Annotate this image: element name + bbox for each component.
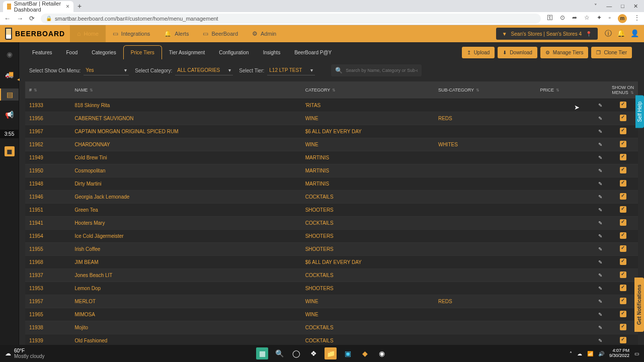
rail-dashboard-icon[interactable]: ◉ (0, 48, 19, 60)
tray-chevron-icon[interactable]: ˄ (570, 351, 572, 356)
tab-price-tiers[interactable]: Price Tiers (123, 45, 162, 59)
edit-button[interactable]: ✎ (593, 177, 608, 191)
edit-button[interactable]: ✎ (593, 295, 608, 308)
search-input[interactable] (346, 68, 418, 73)
tab-tier-assignment[interactable]: Tier Assignment (162, 46, 212, 59)
edit-button[interactable]: ✎ (593, 282, 608, 295)
show-on-menu-checkbox[interactable] (620, 245, 626, 252)
menu-icon[interactable]: ⋮ (634, 14, 640, 23)
url-input[interactable]: 🔒 smartbar.beerboard.com/bar#/customer/h… (41, 14, 541, 24)
store-filter[interactable]: ▼ Sean's Stores | Sean's Stores 4 📍 (496, 28, 598, 40)
tier-dropdown[interactable]: L12 LTP TEST (267, 65, 315, 75)
chevron-down-icon[interactable]: ˅ (594, 3, 597, 10)
edit-button[interactable]: ✎ (593, 256, 608, 269)
show-on-menu-checkbox[interactable] (620, 311, 626, 317)
tab-features[interactable]: Features (25, 46, 59, 59)
show-menu-dropdown[interactable]: Yes (84, 65, 129, 75)
edit-button[interactable]: ✎ (593, 138, 608, 151)
close-tab-icon[interactable]: × (66, 3, 69, 10)
edit-button[interactable]: ✎ (593, 151, 608, 164)
show-on-menu-checkbox[interactable] (620, 102, 626, 108)
minimize-icon[interactable]: — (606, 3, 612, 10)
col-header[interactable]: #⇅ (25, 81, 70, 99)
col-header[interactable]: PRICE⇅ (536, 81, 593, 99)
task-app-3-icon[interactable]: ▣ (342, 347, 354, 359)
share-icon[interactable]: ➦ (572, 14, 577, 23)
edit-button[interactable]: ✎ (593, 334, 608, 345)
rail-menu-icon[interactable]: ▤ (0, 88, 19, 101)
tab-food[interactable]: Food (59, 46, 85, 59)
show-on-menu-checkbox[interactable] (620, 232, 626, 239)
key-icon[interactable]: ⚿ (547, 14, 553, 23)
bell-icon[interactable]: 🔔 (617, 29, 625, 38)
tab-categories[interactable]: Categories (85, 46, 123, 59)
lens-icon[interactable]: ⊙ (560, 14, 565, 23)
show-on-menu-checkbox[interactable] (620, 128, 626, 134)
edit-button[interactable]: ✎ (593, 230, 608, 243)
task-app-4-icon[interactable]: ◆ (359, 347, 371, 359)
category-dropdown[interactable]: ALL CATEGORIES (175, 65, 233, 75)
user-icon[interactable]: 👤 (630, 29, 639, 38)
reload-icon[interactable]: ⟳ (29, 15, 35, 22)
col-header[interactable] (593, 81, 608, 99)
maximize-icon[interactable]: □ (621, 3, 624, 10)
tab-configuration[interactable]: Configuration (212, 46, 256, 59)
tab-beerboard-p@y[interactable]: BeerBoard P@Y (287, 46, 339, 59)
show-on-menu-checkbox[interactable] (620, 219, 626, 226)
show-on-menu-checkbox[interactable] (620, 141, 626, 147)
nav-home[interactable]: ⌂Home (70, 25, 106, 42)
new-tab-button[interactable]: + (73, 2, 86, 10)
show-on-menu-checkbox[interactable] (620, 298, 626, 304)
task-app-2-icon[interactable]: ❖ (307, 347, 319, 359)
rail-truck-icon[interactable]: 🚚 (0, 68, 19, 80)
col-header[interactable]: SUB-CATEGORY⇅ (434, 81, 536, 99)
edit-button[interactable]: ✎ (593, 125, 608, 138)
upload-button[interactable]: ↥Upload (462, 47, 495, 58)
tray-sound-icon[interactable]: 🔊 (598, 351, 604, 356)
nav-admin[interactable]: ⚙Admin (245, 25, 283, 42)
task-folder-icon[interactable]: 📁 (325, 347, 337, 359)
nav-integrations[interactable]: ▭Integrations (106, 25, 157, 42)
nav-alerts[interactable]: 🔔Alerts (157, 25, 196, 42)
star-icon[interactable]: ☆ (584, 14, 590, 23)
self-help-tab[interactable]: Self Help (635, 96, 644, 128)
show-on-menu-checkbox[interactable] (620, 324, 626, 330)
show-on-menu-checkbox[interactable] (620, 154, 626, 160)
show-on-menu-checkbox[interactable] (620, 206, 626, 213)
edit-button[interactable]: ✎ (593, 164, 608, 177)
edit-button[interactable]: ✎ (593, 112, 608, 125)
clone-tier-button[interactable]: ❐Clone Tier (591, 47, 632, 58)
rail-megaphone-icon[interactable]: 📢 (0, 109, 19, 121)
edit-button[interactable]: ✎ (593, 321, 608, 334)
panel-icon[interactable]: ▫ (609, 14, 611, 23)
col-header[interactable]: NAME⇅ (70, 81, 301, 99)
tray-cloud-icon[interactable]: ☁ (577, 351, 582, 356)
edit-button[interactable]: ✎ (593, 217, 608, 230)
edit-button[interactable]: ✎ (593, 99, 608, 112)
manage-tiers-button[interactable]: ⚙Manage Tiers (540, 47, 589, 58)
task-cortana-icon[interactable]: ◯ (290, 347, 302, 359)
get-notifications-tab[interactable]: Get Notifications (634, 278, 644, 332)
rail-collapse-icon[interactable]: ◂ (17, 76, 20, 82)
tray-notif-icon[interactable]: ▭ (634, 351, 639, 356)
show-on-menu-checkbox[interactable] (620, 115, 626, 121)
browser-tab[interactable]: SmartBar | Retailer Dashboard × (3, 1, 73, 12)
show-on-menu-checkbox[interactable] (620, 337, 626, 343)
logo[interactable]: BEERBOARD (0, 28, 70, 40)
show-on-menu-checkbox[interactable] (620, 193, 626, 200)
back-icon[interactable]: ← (4, 15, 11, 22)
forward-icon[interactable]: → (17, 15, 23, 22)
show-on-menu-checkbox[interactable] (620, 285, 626, 291)
tab-insights[interactable]: Insights (256, 46, 287, 59)
edit-button[interactable]: ✎ (593, 204, 608, 217)
download-button[interactable]: ⬇Download (498, 47, 537, 58)
col-header[interactable]: CATEGORY⇅ (301, 81, 434, 99)
edit-button[interactable]: ✎ (593, 243, 608, 256)
rail-highlight-icon[interactable]: ◼ (5, 146, 15, 156)
tray-wifi-icon[interactable]: 📶 (587, 351, 593, 356)
info-icon[interactable]: ⓘ (605, 29, 612, 38)
close-window-icon[interactable]: ✕ (633, 3, 638, 10)
extensions-icon[interactable]: ✦ (597, 14, 602, 23)
task-search-icon[interactable]: 🔍 (273, 347, 285, 359)
edit-button[interactable]: ✎ (593, 191, 608, 204)
